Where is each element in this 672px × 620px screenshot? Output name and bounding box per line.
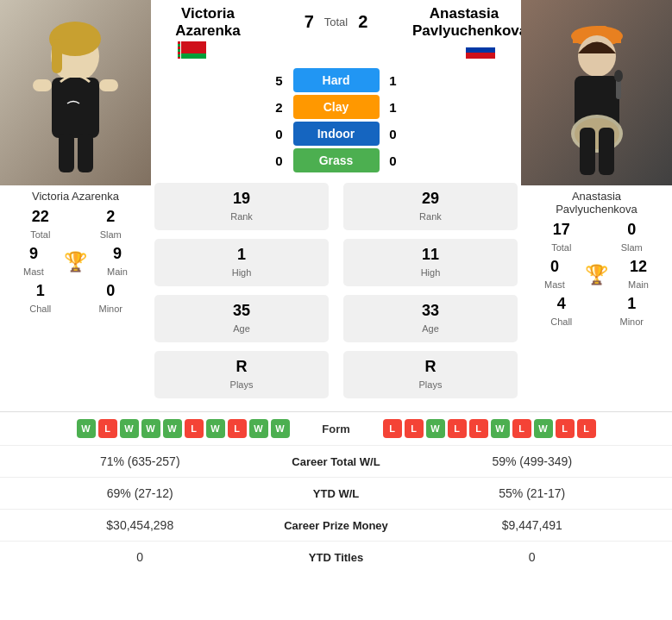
prize-money-row: $30,454,298 Career Prize Money $9,447,49… [0, 509, 672, 541]
right-prize-money: $9,447,491 [401, 518, 664, 532]
form-badge-l: L [228, 419, 247, 438]
right-chall-stat: 4 Chall [528, 295, 595, 329]
right-player-image [521, 0, 672, 185]
left-form-badges: WLWWWLWLWW [9, 419, 290, 438]
form-badge-l: L [577, 419, 596, 438]
left-rank-block: 19 Rank [154, 183, 329, 230]
form-badge-l: L [383, 419, 402, 438]
svg-rect-15 [178, 49, 180, 52]
left-high-block: 1 High [154, 239, 329, 286]
clay-left-num: 2 [271, 100, 288, 115]
bottom-section: WLWWWLWLWW Form LLWLLWLWLL 71% (635-257)… [0, 411, 672, 573]
left-plays-block: R Plays [154, 351, 329, 398]
form-badge-l: L [98, 419, 117, 438]
form-badge-l: L [469, 419, 488, 438]
total-label: Total [324, 16, 348, 28]
ytd-wl-label: YTD W/L [272, 487, 401, 500]
right-slam-stat: 0 Slam [599, 221, 666, 254]
right-minor-stat: 1 Minor [599, 295, 666, 329]
surface-clay-row: 2 Clay 1 [151, 95, 521, 119]
form-badge-w: W [491, 419, 510, 438]
svg-rect-7 [59, 134, 74, 172]
left-player-column: Victoria Azarenka 22 Total 2 Slam [0, 0, 151, 404]
right-name-header: Anastasia Pavlyuchenkova [412, 5, 516, 40]
svg-rect-4 [52, 78, 99, 138]
left-slam-stat: 2 Slam [78, 208, 145, 241]
surface-hard-row: 5 Hard 1 [151, 68, 521, 92]
right-main-stat: 12 Main [612, 258, 665, 291]
left-total-stat: 22 Total [7, 208, 74, 241]
left-mast-stat: 9 Mast [7, 245, 60, 279]
svg-point-33 [614, 70, 623, 82]
right-ytd-wl: 55% (21-17) [401, 486, 664, 500]
surface-rows: 5 Hard 1 2 Clay 1 0 Indoor 0 0 Grass [151, 64, 521, 177]
svg-rect-12 [178, 41, 180, 44]
career-wl-row: 71% (635-257) Career Total W/L 59% (499-… [0, 445, 672, 477]
right-high-block: 11 High [343, 239, 518, 286]
indoor-left-num: 0 [271, 127, 288, 141]
grass-button: Grass [293, 148, 380, 172]
form-badge-w: W [206, 419, 225, 438]
right-total-stat: 17 Total [528, 221, 595, 254]
left-flag [177, 41, 206, 62]
main-container: Victoria Azarenka 22 Total 2 Slam [0, 0, 672, 573]
form-badge-l: L [556, 419, 575, 438]
career-wl-label: Career Total W/L [272, 455, 401, 468]
ytd-titles-label: YTD Titles [272, 551, 401, 564]
right-ytd-titles: 0 [401, 550, 664, 564]
svg-rect-10 [177, 53, 206, 59]
center-column: Victoria Azarenka 7 Total 2 Anastasia Pa… [151, 0, 521, 404]
right-form-badges: LLWLLWLWLL [383, 419, 664, 438]
form-badge-w: W [77, 419, 96, 438]
ytd-wl-row: 69% (27-12) YTD W/L 55% (21-17) [0, 477, 672, 509]
clay-right-num: 1 [385, 100, 402, 115]
left-trophy-icon: 🏆 [64, 251, 87, 273]
right-career-wl: 59% (499-349) [401, 454, 664, 468]
right-trophy-icon: 🏆 [585, 264, 608, 286]
svg-rect-21 [466, 53, 495, 59]
right-total-num: 2 [358, 12, 367, 32]
clay-button: Clay [293, 95, 380, 119]
surface-grass-row: 0 Grass 0 [151, 148, 521, 172]
svg-rect-19 [466, 41, 495, 47]
left-prize-money: $30,454,298 [9, 518, 272, 532]
grass-right-num: 0 [385, 153, 402, 168]
hard-left-num: 5 [271, 73, 288, 88]
surface-indoor-row: 0 Indoor 0 [151, 122, 521, 146]
left-career-wl: 71% (635-257) [9, 454, 272, 468]
left-name-header: Victoria Azarenka [156, 5, 260, 40]
svg-rect-5 [33, 79, 52, 91]
form-badge-w: W [163, 419, 182, 438]
svg-point-26 [578, 35, 616, 77]
form-badge-w: W [271, 419, 290, 438]
form-label: Form [293, 423, 380, 435]
svg-rect-20 [466, 47, 495, 53]
left-age-block: 35 Age [154, 295, 329, 342]
form-badge-w: W [249, 419, 268, 438]
svg-rect-3 [52, 39, 62, 73]
russia-flag-icon [466, 41, 495, 59]
form-badge-w: W [426, 419, 445, 438]
right-player-stats: 17 Total 0 Slam 0 Mast 🏆 [521, 217, 672, 332]
left-ytd-wl: 69% (27-12) [9, 486, 272, 500]
left-center-stats: 19 Rank 1 High 35 Age R Plays [154, 180, 329, 401]
ytd-titles-row: 0 YTD Titles 0 [0, 541, 672, 573]
form-badge-w: W [120, 419, 139, 438]
right-center-stats: 29 Rank 11 High 33 Age R Plays [343, 180, 518, 401]
belarus-flag-icon [177, 41, 206, 59]
right-player-photo [521, 0, 672, 185]
left-ytd-titles: 0 [9, 550, 272, 564]
svg-rect-18 [178, 57, 180, 59]
form-badge-l: L [512, 419, 531, 438]
form-badge-w: W [534, 419, 553, 438]
left-player-image [0, 0, 151, 185]
svg-rect-14 [178, 47, 180, 49]
indoor-right-num: 0 [385, 127, 402, 141]
svg-rect-16 [178, 52, 180, 54]
svg-rect-13 [178, 44, 180, 47]
right-flag [466, 41, 495, 62]
totals-center: 7 Total 2 [260, 5, 412, 32]
right-age-block: 33 Age [343, 295, 518, 342]
svg-rect-31 [599, 128, 614, 175]
svg-rect-17 [178, 54, 180, 57]
